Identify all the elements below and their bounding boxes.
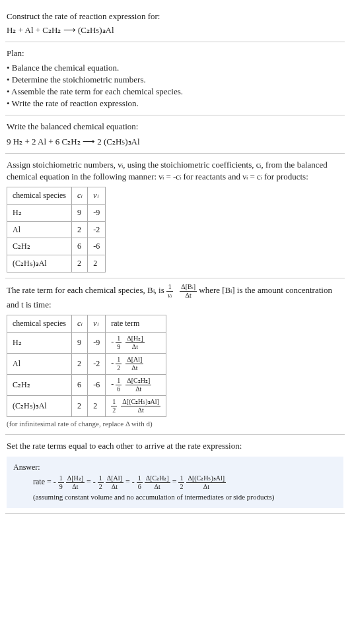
cell-species: (C₂H₅)₃Al	[7, 255, 72, 273]
coef-frac: 19	[116, 335, 122, 350]
delta-frac: Δ[Al]Δt	[125, 356, 143, 371]
sign: -	[132, 478, 135, 487]
cell-nu: -2	[88, 221, 106, 238]
rate-term: - 16 Δ[C₂H₂]Δt	[132, 478, 172, 487]
col-species: chemical species	[7, 315, 72, 333]
col-nu: νᵢ	[88, 315, 106, 333]
plan-item: • Assemble the rate term for each chemic…	[7, 86, 343, 98]
plan-section: Plan: • Balance the chemical equation. •…	[5, 42, 345, 115]
table-row: Al 2 -2	[7, 221, 106, 238]
stoich-intro: Assign stoichiometric numbers, νᵢ, using…	[7, 159, 343, 183]
cell-species: Al	[7, 354, 72, 375]
intro-coef-frac: 1 νᵢ	[166, 284, 173, 299]
table-row: (C₂H₅)₃Al 2 2 12 Δ[(C₂H₅)₃Al]Δt	[7, 396, 166, 417]
col-c: cᵢ	[71, 315, 87, 333]
delta-frac: Δ[H₂]Δt	[125, 335, 144, 350]
coef-frac: 16	[137, 475, 143, 490]
rate-term: - 12 Δ[Al]Δt	[93, 478, 125, 487]
intro-delta-frac: Δ[Bᵢ] Δt	[180, 284, 197, 299]
table-row: H₂ 9 -9	[7, 204, 106, 221]
coef-frac: 12	[178, 475, 184, 490]
stoich-table: chemical species cᵢ νᵢ H₂ 9 -9 Al 2 -2 C…	[7, 187, 106, 273]
cell-species: Al	[7, 221, 72, 238]
coef-frac: 12	[111, 399, 117, 414]
cell-nu: -9	[88, 204, 106, 221]
table-row: C₂H₂ 6 -6	[7, 238, 106, 255]
cell-c: 2	[71, 354, 87, 375]
cell-rate-term: 12 Δ[(C₂H₅)₃Al]Δt	[106, 396, 166, 417]
cell-nu: -2	[88, 354, 106, 375]
cell-species: (C₂H₅)₃Al	[7, 396, 72, 417]
question-prompt: Construct the rate of reaction expressio…	[7, 11, 343, 22]
question-section: Construct the rate of reaction expressio…	[5, 5, 345, 42]
coef-frac: 16	[116, 377, 122, 393]
cell-nu: 2	[88, 255, 106, 273]
rate-term-intro: The rate term for each chemical species,…	[7, 284, 343, 311]
cell-nu: -9	[88, 333, 106, 354]
cell-c: 6	[71, 375, 87, 396]
delta-frac: Δ[H₂]Δt	[66, 475, 85, 490]
plan-label: Plan:	[7, 48, 343, 59]
cell-species: C₂H₂	[7, 238, 72, 255]
cell-rate-term: - 16 Δ[C₂H₂]Δt	[106, 375, 166, 396]
sign: -	[111, 379, 114, 389]
rate-term-table: chemical species cᵢ νᵢ rate term H₂ 9 -9…	[7, 315, 166, 417]
plan-item: • Balance the chemical equation.	[7, 62, 343, 74]
rate-term: 12 Δ[(C₂H₅)₃Al]Δt	[178, 478, 226, 487]
cell-rate-term: - 19 Δ[H₂]Δt	[106, 333, 166, 354]
plan-item: • Write the rate of reaction expression.	[7, 98, 343, 110]
rate-term-section: The rate term for each chemical species,…	[5, 278, 345, 435]
cell-c: 2	[71, 255, 87, 273]
balanced-equation: 9 H₂ + 2 Al + 6 C₂H₂ ⟶ 2 (C₂H₅)₃Al	[7, 136, 343, 148]
col-nu: νᵢ	[88, 187, 106, 205]
final-section: Set the rate terms equal to each other t…	[5, 435, 345, 513]
cell-nu: 2	[88, 396, 106, 417]
rate-term: - 19 Δ[H₂]Δt	[53, 478, 87, 487]
delta-frac: Δ[(C₂H₅)₃Al]Δt	[186, 475, 226, 490]
cell-species: H₂	[7, 204, 72, 221]
balanced-section: Write the balanced chemical equation: 9 …	[5, 115, 345, 153]
rate-term-footnote: (for infinitesimal rate of change, repla…	[7, 419, 343, 429]
answer-note: (assuming constant volume and no accumul…	[13, 492, 337, 502]
cell-c: 2	[71, 221, 87, 238]
coef-frac: 12	[116, 356, 122, 371]
sign: -	[93, 478, 96, 487]
plan-item: • Determine the stoichiometric numbers.	[7, 74, 343, 86]
sep: =	[87, 478, 93, 487]
sign: -	[111, 358, 114, 368]
table-header-row: chemical species cᵢ νᵢ rate term	[7, 315, 166, 333]
rate-label: rate =	[33, 478, 53, 487]
cell-rate-term: - 12 Δ[Al]Δt	[106, 354, 166, 375]
table-row: H₂ 9 -9 - 19 Δ[H₂]Δt	[7, 333, 166, 354]
question-equation: H₂ + Al + C₂H₂ ⟶ (C₂H₅)₃Al	[7, 24, 343, 36]
balanced-prompt: Write the balanced chemical equation:	[7, 121, 343, 133]
col-species: chemical species	[7, 187, 72, 205]
cell-c: 9	[71, 204, 87, 221]
coef-frac: 19	[58, 475, 64, 490]
col-rate: rate term	[106, 315, 166, 333]
col-c: cᵢ	[71, 187, 87, 205]
cell-c: 2	[71, 396, 87, 417]
answer-box: Answer: rate = - 19 Δ[H₂]Δt = - 12 Δ[Al]…	[7, 457, 343, 508]
table-row: Al 2 -2 - 12 Δ[Al]Δt	[7, 354, 166, 375]
table-header-row: chemical species cᵢ νᵢ	[7, 187, 106, 205]
stoich-section: Assign stoichiometric numbers, νᵢ, using…	[5, 154, 345, 278]
delta-frac: Δ[C₂H₂]Δt	[145, 475, 170, 490]
cell-nu: -6	[88, 238, 106, 255]
delta-frac: Δ[Al]Δt	[106, 475, 123, 490]
coef-frac: 12	[98, 475, 104, 490]
sep: =	[125, 478, 132, 487]
cell-nu: -6	[88, 375, 106, 396]
answer-equation: rate = - 19 Δ[H₂]Δt = - 12 Δ[Al]Δt = - 1…	[13, 475, 337, 490]
delta-frac: Δ[C₂H₂]Δt	[125, 377, 151, 393]
cell-species: H₂	[7, 333, 72, 354]
table-row: C₂H₂ 6 -6 - 16 Δ[C₂H₂]Δt	[7, 375, 166, 396]
sign: -	[111, 337, 114, 346]
cell-species: C₂H₂	[7, 375, 72, 396]
space	[176, 286, 178, 296]
cell-c: 6	[71, 238, 87, 255]
cell-c: 9	[71, 333, 87, 354]
intro-text-a: The rate term for each chemical species,…	[7, 286, 166, 296]
answer-label: Answer:	[13, 462, 337, 473]
delta-frac: Δ[(C₂H₅)₃Al]Δt	[121, 399, 160, 414]
